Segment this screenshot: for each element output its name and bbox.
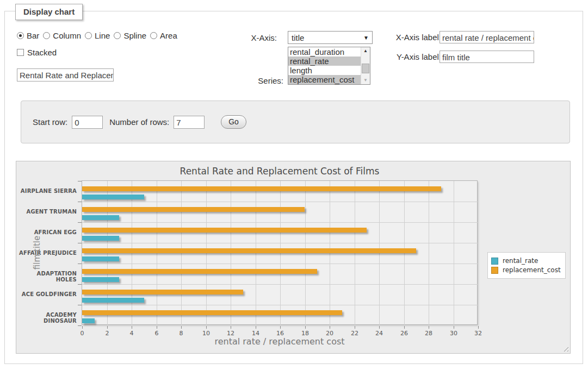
bar-replacement_cost[interactable] <box>82 207 305 212</box>
num-rows-label: Number of rows: <box>109 117 169 127</box>
chart-x-axis-title: rental rate / replacement cost <box>82 336 478 347</box>
radio-option-column[interactable]: Column <box>43 31 81 40</box>
radio-option-bar[interactable]: Bar <box>17 31 39 40</box>
gridline-vertical <box>379 181 380 325</box>
bar-rental_rate[interactable] <box>82 298 144 303</box>
series-option-length[interactable]: length <box>288 66 361 75</box>
series-listbox[interactable]: rental_duration rental_rate length repla… <box>288 47 370 85</box>
stacked-checkbox-icon[interactable] <box>17 49 24 56</box>
gridline-vertical <box>355 181 355 325</box>
radio-icon[interactable] <box>150 32 157 39</box>
y-tick-label: AFFAIR PREJUDICE <box>14 250 77 256</box>
y-axis-tick <box>78 202 82 202</box>
bar-replacement_cost[interactable] <box>82 310 342 315</box>
x-axis-label-field-label: X-Axis label: <box>392 33 441 42</box>
display-chart-panel: Bar Column Line Spline Area Stacked Rent… <box>4 11 583 364</box>
x-axis-select[interactable]: title ▼ <box>288 31 373 44</box>
radio-option-line[interactable]: Line <box>85 31 110 40</box>
series-option-rental-rate[interactable]: rental_rate <box>288 57 361 66</box>
chart-type-radio-group: Bar Column Line Spline Area <box>17 31 177 40</box>
gridline-horizontal <box>82 305 478 305</box>
x-axis-tick <box>379 326 380 329</box>
gridline-horizontal <box>82 222 478 223</box>
scrollbar-thumb[interactable] <box>362 64 369 73</box>
bar-replacement_cost[interactable] <box>82 228 367 233</box>
display-chart-tab[interactable]: Display chart <box>15 4 83 20</box>
gridline-vertical <box>429 181 429 325</box>
scroll-up-icon[interactable]: ▲ <box>363 47 368 55</box>
gridline-vertical <box>280 181 281 325</box>
y-axis-tick <box>78 181 82 181</box>
scrollbar-track[interactable] <box>361 55 370 77</box>
gridline-vertical <box>231 181 231 325</box>
x-axis-label-input[interactable]: rental rate / replacement cost <box>440 31 534 43</box>
plot-area: 02468101214161820222426283032AIRPLANE SI… <box>82 180 478 325</box>
x-axis-tick <box>231 326 231 329</box>
listbox-scrollbar[interactable]: ▲ ▼ <box>361 47 370 84</box>
y-tick-label: ACE GOLDFINGER <box>14 291 77 297</box>
x-axis-select-label: X-Axis: <box>222 33 277 42</box>
num-rows-input[interactable]: 7 <box>174 116 205 129</box>
bar-replacement_cost[interactable] <box>82 186 441 191</box>
y-tick-label: ACADEMY DINOSAUR <box>14 312 77 324</box>
chart-legend: rental_rate replacement_cost <box>487 252 566 279</box>
go-button[interactable]: Go <box>221 115 246 129</box>
chart-title: Rental Rate and Replacement Cost of Film… <box>82 166 478 177</box>
radio-label: Spline <box>123 31 146 40</box>
bar-rental_rate[interactable] <box>82 277 119 282</box>
gridline-vertical <box>330 181 330 325</box>
resize-handle-icon[interactable] <box>562 345 568 352</box>
radio-label: Area <box>160 31 177 40</box>
x-axis-tick <box>429 326 429 329</box>
legend-label: rental_rate <box>503 257 538 265</box>
gridline-horizontal <box>82 264 478 264</box>
series-option-replacement-cost[interactable]: replacement_cost <box>288 75 361 84</box>
chart-title-input[interactable]: Rental Rate and Replacement Cost of Film… <box>17 68 114 81</box>
stacked-checkbox-row[interactable]: Stacked <box>17 48 57 57</box>
row-range-panel: Start row: 0 Number of rows: 7 Go <box>21 101 570 143</box>
y-tick-label: AFRICAN EGG <box>14 229 77 235</box>
y-axis-label-input[interactable]: film title <box>440 51 534 63</box>
bar-rental_rate[interactable] <box>82 256 119 261</box>
radio-icon[interactable] <box>85 32 92 39</box>
y-tick-label: AGENT TRUMAN <box>14 209 77 215</box>
gridline-horizontal <box>82 202 478 202</box>
x-axis-tick <box>256 326 256 329</box>
bar-rental_rate[interactable] <box>82 215 119 220</box>
y-axis-tick <box>78 243 82 243</box>
gridline-horizontal <box>82 284 478 285</box>
start-row-input[interactable]: 0 <box>72 116 103 129</box>
bar-replacement_cost[interactable] <box>82 290 243 294</box>
scroll-down-icon[interactable]: ▼ <box>363 77 368 84</box>
bar-rental_rate[interactable] <box>82 195 144 199</box>
y-axis-tick <box>78 264 82 264</box>
legend-item-rental-rate: rental_rate <box>491 257 561 265</box>
y-axis-tick <box>78 284 82 285</box>
bar-rental_rate[interactable] <box>82 236 119 241</box>
x-axis-tick <box>280 326 281 329</box>
bar-replacement_cost[interactable] <box>82 269 317 274</box>
y-axis-tick <box>78 305 82 305</box>
chart-container: Rental Rate and Replacement Cost of Film… <box>16 161 571 354</box>
gridline-vertical <box>107 181 108 325</box>
radio-option-area[interactable]: Area <box>150 31 177 40</box>
x-axis-selected-value: title <box>292 33 363 42</box>
bar-replacement_cost[interactable] <box>82 248 416 253</box>
x-axis-tick <box>107 326 108 329</box>
gridline-vertical <box>256 181 256 325</box>
radio-option-spline[interactable]: Spline <box>114 31 146 40</box>
y-tick-label: AIRPLANE SIERRA <box>14 188 77 194</box>
y-tick-label: ADAPTATION HOLES <box>14 271 77 283</box>
radio-icon[interactable] <box>17 32 24 39</box>
gridline-vertical <box>181 181 182 325</box>
x-axis-tick <box>157 326 157 329</box>
radio-icon[interactable] <box>43 32 50 39</box>
radio-icon[interactable] <box>114 32 121 39</box>
y-axis-tick <box>78 222 82 223</box>
radio-label: Column <box>53 31 81 40</box>
x-axis-tick <box>355 326 355 329</box>
x-axis-tick <box>454 326 454 329</box>
series-option-rental-duration[interactable]: rental_duration <box>288 47 361 57</box>
y-axis-label-field-label: Y-Axis label: <box>392 52 441 61</box>
bar-rental_rate[interactable] <box>82 318 95 323</box>
